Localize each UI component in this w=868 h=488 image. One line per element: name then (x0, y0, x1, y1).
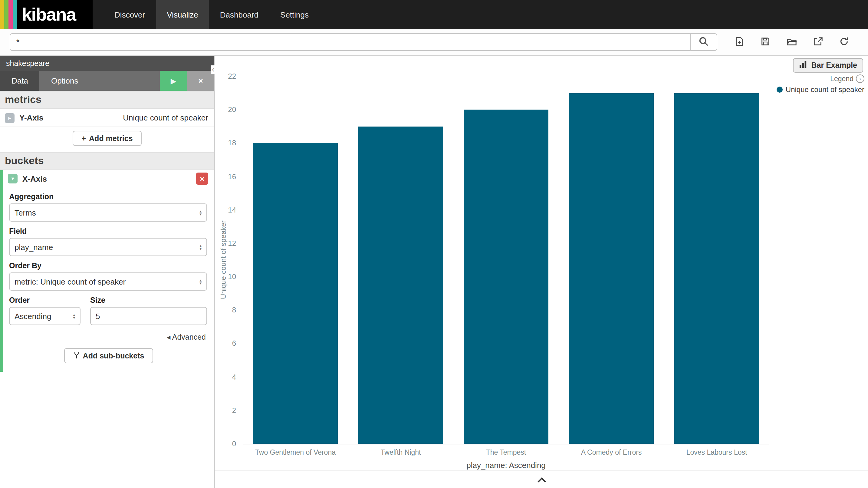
refresh-button[interactable] (839, 36, 849, 48)
metrics-heading: metrics (0, 91, 214, 109)
vis-editor-sidebar: shakespeare Data Options ▶ × metrics ▸ Y… (0, 56, 215, 488)
select-stepper-icon: ▴▾ (73, 313, 75, 319)
bar-0[interactable] (253, 143, 338, 444)
field-select[interactable]: play_name ▴▾ (9, 238, 207, 256)
primary-nav: Discover Visualize Dashboard Settings (103, 0, 319, 29)
aggregation-label: Aggregation (9, 192, 207, 201)
new-document-icon (734, 36, 745, 48)
advanced-row: ◂ Advanced (3, 331, 206, 342)
x-axis-title: play_name: Ascending (243, 461, 769, 470)
delete-bucket-button[interactable]: × (196, 173, 208, 185)
y-axis-metric-row: ▸ Y-Axis Unique count of speaker (0, 109, 214, 127)
apply-changes-button[interactable]: ▶ (160, 71, 187, 91)
y-axis: 0246810121416182022 (215, 76, 239, 444)
order-size-row: Order Ascending ▴▾ Size (9, 291, 207, 325)
nav-settings[interactable]: Settings (269, 0, 319, 29)
y-axis-tick-label: 4 (232, 373, 236, 381)
new-visualization-button[interactable] (734, 36, 745, 48)
discard-changes-button[interactable]: × (187, 71, 214, 91)
index-pattern-header: shakespeare (0, 56, 214, 71)
nav-visualize[interactable]: Visualize (156, 0, 209, 29)
legend-item-label: Unique count of speaker (786, 85, 864, 94)
order-by-label: Order By (9, 262, 207, 270)
visualization-panel: Bar Example Legend › Unique count of spe… (215, 56, 868, 488)
y-axis-tick-label: 12 (228, 239, 236, 248)
vis-name-button[interactable]: Bar Example (793, 58, 863, 73)
bar-3[interactable] (569, 93, 654, 444)
bar-2[interactable] (463, 110, 549, 444)
add-sub-buckets-button[interactable]: Add sub-buckets (64, 348, 153, 363)
x-axis-category-label: Two Gentlemen of Verona (243, 449, 348, 456)
collapse-bucket-chevron-icon[interactable]: ▾ (8, 174, 18, 183)
bar-slot (559, 76, 664, 444)
add-sub-buckets-row: Add sub-buckets (3, 344, 214, 369)
expand-spy-panel-chevron[interactable] (536, 476, 547, 483)
y-axis-tick-label: 10 (228, 272, 236, 281)
size-input[interactable] (90, 307, 207, 325)
order-by-select[interactable]: metric: Unique count of speaker ▴▾ (9, 272, 207, 291)
play-icon: ▶ (171, 77, 176, 85)
legend-collapse-icon: › (856, 74, 864, 83)
plot-area (243, 76, 769, 445)
content-area: ‹ shakespeare Data Options ▶ × metrics ▸ (0, 56, 868, 488)
add-metrics-button[interactable]: + Add metrics (72, 131, 142, 146)
expand-metric-chevron-icon[interactable]: ▸ (5, 113, 14, 123)
kibana-logo-stripes (0, 0, 17, 29)
bar-slot (243, 76, 348, 444)
add-metrics-row: + Add metrics (0, 127, 214, 152)
bar-1[interactable] (358, 126, 443, 444)
kibana-brand-text: kibana (22, 0, 76, 29)
metric-value: Unique count of speaker (123, 113, 208, 122)
metric-label: Y-Axis (19, 113, 123, 122)
kibana-logo[interactable]: kibana (0, 0, 93, 29)
bar-chart-icon (799, 61, 808, 70)
order-label: Order (9, 296, 81, 305)
field-label: Field (9, 227, 207, 236)
search-icon (699, 36, 709, 48)
x-axis-labels: Two Gentlemen of VeronaTwelfth NightThe … (243, 449, 769, 456)
refresh-icon (839, 36, 849, 48)
tab-options[interactable]: Options (40, 71, 90, 91)
y-axis-tick-label: 16 (228, 172, 236, 181)
select-stepper-icon: ▴▾ (199, 278, 202, 285)
close-icon: × (200, 175, 204, 183)
search-group (10, 33, 717, 51)
nav-discover[interactable]: Discover (103, 0, 156, 29)
tab-spacer (90, 71, 160, 91)
plus-icon: + (82, 134, 86, 143)
x-axis-category-label: The Tempest (453, 449, 559, 456)
query-bar (0, 29, 868, 56)
fork-icon (73, 351, 80, 361)
query-input[interactable] (10, 33, 690, 51)
tab-data[interactable]: Data (0, 71, 40, 91)
save-icon (760, 36, 771, 48)
close-icon: × (198, 76, 203, 85)
x-axis-bucket-header: ▾ X-Axis × (3, 170, 214, 187)
x-axis-category-label: Twelfth Night (348, 449, 453, 456)
y-axis-tick-label: 2 (232, 406, 236, 415)
nav-dashboard[interactable]: Dashboard (209, 0, 269, 29)
y-axis-tick-label: 22 (228, 72, 236, 81)
legend-toggle[interactable]: Legend › (777, 74, 864, 83)
y-axis-tick-label: 0 (232, 439, 236, 448)
bars-container (243, 76, 769, 444)
save-visualization-button[interactable] (760, 36, 771, 48)
y-axis-tick-label: 6 (232, 339, 236, 348)
top-navbar: kibana Discover Visualize Dashboard Sett… (0, 0, 868, 29)
y-axis-tick-label: 8 (232, 306, 236, 314)
order-select[interactable]: Ascending ▴▾ (9, 307, 81, 325)
editor-tabs: Data Options ▶ × (0, 71, 214, 91)
x-axis-bucket: ▾ X-Axis × Aggregation Terms ▴▾ Field pl… (0, 170, 214, 372)
collapse-sidebar-chevron[interactable]: ‹ (211, 65, 216, 74)
aggregation-select[interactable]: Terms ▴▾ (9, 204, 207, 222)
share-visualization-button[interactable] (813, 36, 823, 48)
search-button[interactable] (690, 33, 717, 51)
advanced-toggle-link[interactable]: ◂ Advanced (167, 333, 206, 341)
bar-4[interactable] (674, 93, 760, 444)
bar-slot (348, 76, 453, 444)
external-link-icon (813, 36, 823, 48)
kibana-app: kibana Discover Visualize Dashboard Sett… (0, 0, 868, 488)
legend-item[interactable]: Unique count of speaker (777, 85, 864, 94)
load-visualization-button[interactable] (786, 36, 797, 48)
buckets-heading: buckets (0, 152, 214, 170)
